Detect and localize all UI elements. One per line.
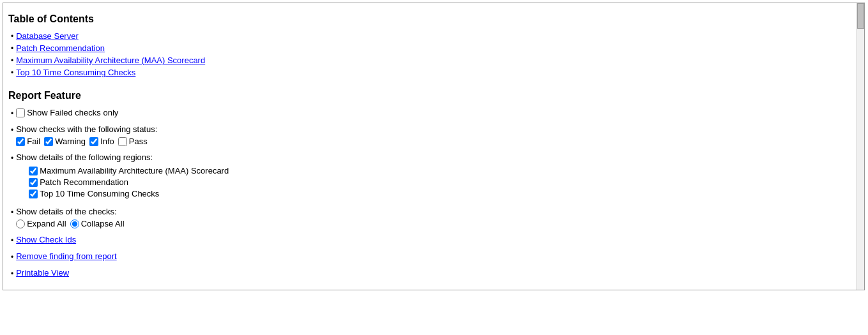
remove-finding-item: Remove finding from report (11, 251, 854, 262)
status-info-label: Info (100, 137, 114, 146)
region-top10-checkbox[interactable] (29, 190, 38, 198)
show-check-ids-item: Show Check Ids (11, 235, 854, 245)
status-pass-checkbox[interactable] (118, 137, 127, 146)
show-failed-label: Show Failed checks only (27, 108, 118, 117)
report-feature-section: Report Feature Show Failed checks only S… (8, 90, 854, 278)
toc-item-database-server: Database Server (11, 31, 854, 41)
toc-link-database-server[interactable]: Database Server (16, 31, 79, 41)
status-warning-checkbox[interactable] (44, 137, 53, 146)
show-failed-checkbox[interactable] (16, 108, 25, 117)
show-checks-item: Show details of the checks: Expand All C… (11, 207, 854, 228)
show-regions-item: Show details of the following regions: M… (11, 153, 854, 200)
region-maa-item: Maximum Availability Architecture (MAA) … (29, 166, 229, 175)
show-status-item: Show checks with the following status: F… (11, 124, 854, 146)
checks-radios-row: Expand All Collapse All (16, 219, 124, 228)
status-warning-item: Warning (44, 137, 86, 146)
show-check-ids-link[interactable]: Show Check Ids (16, 235, 76, 244)
status-fail-item: Fail (16, 137, 40, 146)
show-status-label: Show checks with the following status: (16, 124, 157, 134)
printable-view-link[interactable]: Printable View (16, 268, 69, 278)
expand-all-radio[interactable] (16, 220, 25, 228)
report-feature-list: Show Failed checks only Show checks with… (8, 108, 854, 278)
collapse-all-radio[interactable] (70, 220, 79, 228)
toc-heading: Table of Contents (8, 13, 854, 25)
status-info-item: Info (89, 137, 114, 146)
show-failed-content: Show Failed checks only (16, 108, 118, 117)
collapse-all-item: Collapse All (70, 219, 125, 228)
status-pass-label: Pass (129, 137, 148, 146)
toc-link-maa-scorecard[interactable]: Maximum Availability Architecture (MAA) … (16, 56, 205, 65)
status-warning-label: Warning (55, 137, 86, 146)
expand-all-item: Expand All (16, 219, 66, 228)
status-pass-item: Pass (118, 137, 148, 146)
show-regions-content: Show details of the following regions: M… (16, 153, 229, 200)
status-fail-label: Fail (27, 137, 40, 146)
show-checks-content: Show details of the checks: Expand All C… (16, 207, 124, 228)
region-patch-checkbox[interactable] (29, 178, 38, 187)
toc-item-patch-recommendation: Patch Recommendation (11, 43, 854, 53)
toc-list: Database Server Patch Recommendation Max… (8, 31, 854, 77)
toc-link-patch-recommendation[interactable]: Patch Recommendation (16, 43, 105, 53)
toc-item-top10: Top 10 Time Consuming Checks (11, 68, 854, 77)
toc-item-maa-scorecard: Maximum Availability Architecture (MAA) … (11, 56, 854, 65)
region-maa-label: Maximum Availability Architecture (MAA) … (40, 166, 229, 175)
show-failed-row: Show Failed checks only (16, 108, 118, 117)
status-info-checkbox[interactable] (89, 137, 98, 146)
region-top10-label: Top 10 Time Consuming Checks (40, 189, 159, 198)
show-failed-checkbox-item: Show Failed checks only (16, 108, 118, 117)
toc-section: Table of Contents Database Server Patch … (8, 13, 854, 77)
status-fail-checkbox[interactable] (16, 137, 25, 146)
show-checks-label: Show details of the checks: (16, 207, 124, 216)
status-checkboxes-row: Fail Warning Info Pass (16, 137, 157, 146)
expand-all-label: Expand All (27, 219, 66, 228)
regions-sub-list: Maximum Availability Architecture (MAA) … (16, 166, 229, 200)
region-maa-checkbox[interactable] (29, 167, 38, 175)
show-status-content: Show checks with the following status: F… (16, 124, 157, 146)
report-feature-heading: Report Feature (8, 90, 854, 101)
remove-finding-link[interactable]: Remove finding from report (16, 251, 117, 261)
region-top10-item: Top 10 Time Consuming Checks (29, 189, 229, 198)
toc-link-top10[interactable]: Top 10 Time Consuming Checks (16, 68, 135, 77)
region-patch-label: Patch Recommendation (40, 177, 128, 187)
show-regions-label: Show details of the following regions: (16, 153, 229, 162)
collapse-all-label: Collapse All (81, 219, 125, 228)
region-patch-item: Patch Recommendation (29, 177, 229, 187)
show-failed-item: Show Failed checks only (11, 108, 854, 118)
printable-view-item: Printable View (11, 268, 854, 278)
